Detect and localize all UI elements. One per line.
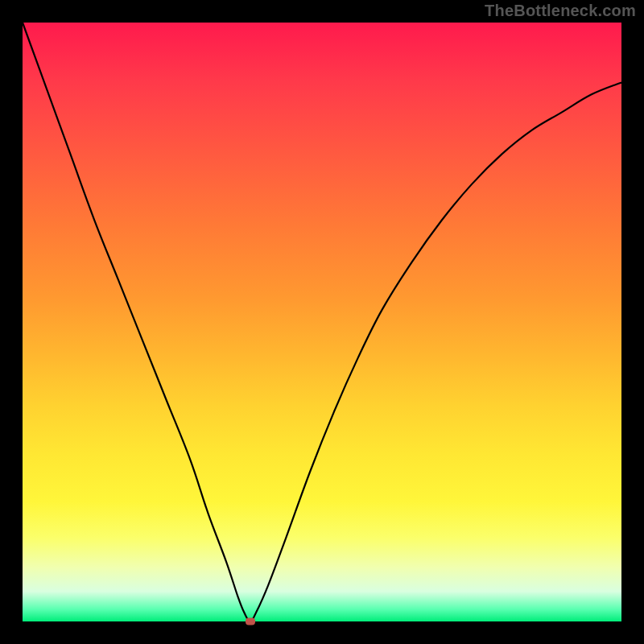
curve-path	[23, 23, 621, 621]
plot-area	[23, 23, 621, 621]
chart-frame: TheBottleneck.com	[0, 0, 644, 644]
watermark-text: TheBottleneck.com	[485, 2, 636, 20]
bottleneck-curve	[23, 23, 621, 621]
minimum-marker	[246, 618, 255, 625]
